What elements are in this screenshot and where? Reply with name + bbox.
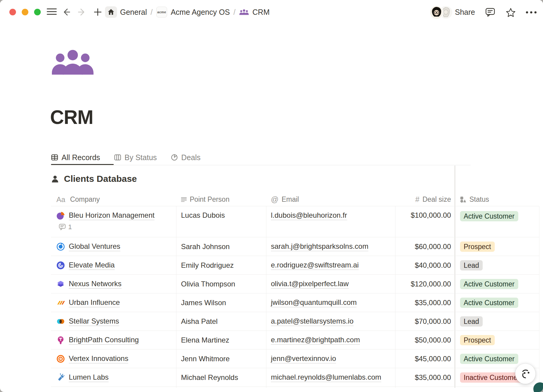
database-heading: Clients Database: [51, 174, 137, 184]
point-person-cell[interactable]: Aisha Patel: [176, 312, 266, 330]
point-person-cell[interactable]: Sarah Johnson: [176, 237, 266, 256]
zoom-window-button[interactable]: [34, 9, 41, 15]
table-row[interactable]: Bleu Horizon Management 1 Lucas Dubois l…: [51, 206, 539, 237]
table-row[interactable]: BrightPath Consulting Elena Martinez e.m…: [51, 331, 539, 349]
column-header-point-person[interactable]: Point Person: [176, 193, 266, 206]
point-person-cell[interactable]: Emily Rodriguez: [176, 256, 266, 274]
home-button[interactable]: [105, 6, 117, 18]
company-link[interactable]: Elevate Media: [69, 261, 115, 270]
point-person-cell[interactable]: Olivia Thompson: [176, 275, 266, 293]
table-row[interactable]: Lumen Labs Michael Reynolds michael.reyn…: [51, 368, 539, 387]
email-cell[interactable]: sarah.j@brightsparksolns.com: [266, 237, 395, 256]
email-cell[interactable]: e.rodriguez@swiftstream.ai: [266, 256, 395, 274]
notion-ai-button[interactable]: [515, 364, 535, 384]
title-property-icon: Aa: [56, 195, 65, 204]
deal-size-cell[interactable]: $35,000.00: [395, 368, 455, 387]
share-button[interactable]: Share: [455, 0, 475, 24]
company-link[interactable]: Global Ventures: [69, 242, 120, 251]
company-logo-blue-flashlight: [56, 373, 65, 382]
company-link[interactable]: Stellar Systems: [69, 317, 119, 326]
new-tab-plus-icon[interactable]: [93, 7, 103, 17]
column-header-email[interactable]: @ Email: [266, 193, 395, 206]
company-link[interactable]: Urban Influence: [69, 298, 120, 307]
table-row[interactable]: Urban Influence James Wilson jwilson@qua…: [51, 293, 539, 312]
email-cell[interactable]: a.patel@stellarsystems.io: [266, 312, 395, 330]
tab-deals[interactable]: Deals: [171, 153, 201, 162]
status-cell[interactable]: Prospect: [455, 331, 539, 349]
company-logo-cyan-orange-venn: [56, 317, 65, 326]
status-badge: Prospect: [460, 335, 495, 345]
deal-size-cell[interactable]: $60,000.00: [395, 237, 455, 256]
deal-size-cell[interactable]: $100,000.00: [395, 206, 455, 237]
breadcrumb-workspace[interactable]: Acme Agency OS: [171, 8, 230, 17]
deal-size-cell[interactable]: $120,000.00: [395, 275, 455, 293]
status-cell[interactable]: Lead: [455, 256, 539, 274]
company-logo-blue-swirl: [56, 242, 65, 251]
deal-size-cell[interactable]: $45,000.00: [395, 349, 455, 368]
column-divider[interactable]: [539, 206, 539, 388]
company-link[interactable]: Vertex Innovations: [69, 354, 128, 363]
deal-size-cell[interactable]: $70,000.00: [395, 312, 455, 330]
board-icon: [114, 154, 121, 161]
company-logo-magenta-bulb: [56, 336, 65, 344]
database-title[interactable]: Clients Database: [64, 174, 137, 184]
deal-size-cell[interactable]: $35,000.00: [395, 293, 455, 312]
status-cell[interactable]: Active Customer: [455, 275, 539, 293]
back-arrow-icon[interactable]: [61, 7, 71, 17]
forward-arrow-icon[interactable]: [77, 7, 87, 17]
page-icon-people-group[interactable]: [51, 49, 94, 76]
email-cell[interactable]: e.martinez@brightpath.com: [266, 331, 395, 349]
point-person-cell[interactable]: Michael Reynolds: [176, 368, 266, 387]
deal-size-cell[interactable]: $50,000.00: [395, 331, 455, 349]
email-cell[interactable]: jenn@vertexinnov.io: [266, 349, 395, 368]
company-link[interactable]: Bleu Horizon Management: [69, 211, 154, 220]
table-row[interactable]: Global Ventures Sarah Johnson sarah.j@br…: [51, 237, 539, 256]
column-header-company[interactable]: Aa Company: [51, 193, 176, 206]
status-cell[interactable]: Active Customer: [455, 206, 539, 237]
email-cell[interactable]: l.dubois@bleuhorizon.fr: [266, 206, 395, 237]
comments-icon[interactable]: [485, 8, 495, 17]
breadcrumb-general[interactable]: General: [120, 8, 147, 17]
clients-table: Aa Company Point Person @ Email # Deal s…: [51, 193, 539, 387]
column-label: Point Person: [190, 195, 230, 204]
point-person-cell[interactable]: Elena Martinez: [176, 331, 266, 349]
status-cell[interactable]: Lead: [455, 312, 539, 330]
company-logo-pie-orange-purple: [56, 211, 65, 220]
table-row[interactable]: Elevate Media Emily Rodriguez e.rodrigue…: [51, 256, 539, 275]
table-row[interactable]: Stellar Systems Aisha Patel a.patel@stel…: [51, 312, 539, 331]
column-label: Email: [281, 195, 299, 204]
sidebar-toggle-icon[interactable]: [47, 8, 57, 15]
close-window-button[interactable]: [9, 9, 16, 15]
email-cell[interactable]: jwilson@quantumquill.com: [266, 293, 395, 312]
status-badge: Lead: [460, 316, 483, 327]
company-link[interactable]: Lumen Labs: [69, 373, 109, 382]
breadcrumb-separator: /: [151, 8, 153, 17]
tab-by-status[interactable]: By Status: [114, 153, 157, 162]
tabs-divider: [51, 165, 471, 165]
company-link[interactable]: BrightPath Consulting: [69, 336, 139, 345]
status-badge: Active Customer: [460, 298, 518, 308]
more-options-icon[interactable]: [526, 11, 538, 14]
email-cell[interactable]: olivia.t@pixelperfect.law: [266, 275, 395, 293]
company-link[interactable]: Nexus Networks: [69, 280, 122, 289]
tab-all-records[interactable]: All Records: [51, 153, 100, 162]
breadcrumb-page[interactable]: CRM: [252, 8, 270, 17]
point-person-cell[interactable]: Jenn Whitmore: [176, 349, 266, 368]
column-header-deal-size[interactable]: # Deal size: [395, 193, 455, 206]
comment-count[interactable]: 1: [59, 223, 154, 231]
table-row[interactable]: Nexus Networks Olivia Thompson olivia.t@…: [51, 275, 539, 293]
table-row[interactable]: Vertex Innovations Jenn Whitmore jenn@ve…: [51, 349, 539, 368]
avatar[interactable]: [430, 5, 443, 19]
email-cell[interactable]: michael.reynolds@lumenlabs.com: [266, 368, 395, 387]
status-cell[interactable]: Active Customer: [455, 293, 539, 312]
favorite-star-icon[interactable]: [506, 8, 516, 18]
number-property-icon: #: [415, 195, 419, 204]
deal-size-cell[interactable]: $40,000.00: [395, 256, 455, 274]
point-person-cell[interactable]: Lucas Dubois: [176, 206, 266, 237]
status-cell[interactable]: Prospect: [455, 237, 539, 256]
company-logo-orange-bullseye: [56, 355, 65, 363]
status-badge: Active Customer: [460, 211, 518, 221]
minimize-window-button[interactable]: [22, 9, 28, 15]
point-person-cell[interactable]: James Wilson: [176, 293, 266, 312]
column-header-status[interactable]: Status: [455, 193, 539, 206]
